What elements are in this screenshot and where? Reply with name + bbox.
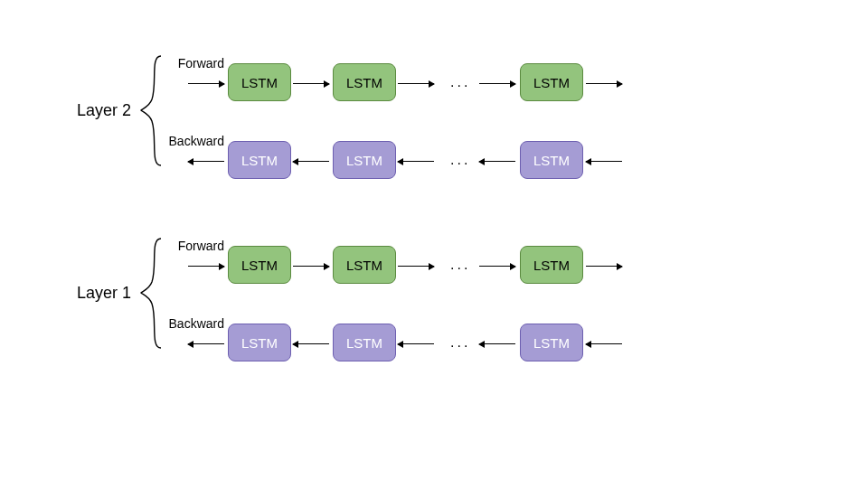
lstm-cell-backward: LSTM — [228, 324, 291, 361]
lstm-cell-forward: LSTM — [333, 246, 396, 284]
arrow-right-icon — [188, 266, 224, 267]
arrow-right-icon — [188, 83, 224, 84]
arrow-left-icon — [479, 161, 515, 162]
arrow-right-icon — [398, 83, 434, 84]
lstm-cell-forward: LSTM — [520, 63, 583, 101]
arrow-right-icon — [586, 266, 622, 267]
lstm-cell-forward: LSTM — [333, 63, 396, 101]
layer-1-brace — [139, 237, 163, 350]
arrow-left-icon — [586, 161, 622, 162]
arrow-left-icon — [188, 161, 224, 162]
arrow-right-icon — [479, 266, 515, 267]
lstm-cell-forward: LSTM — [228, 246, 291, 284]
arrow-left-icon — [586, 343, 622, 344]
layer-1-forward-label: Forward — [161, 239, 224, 253]
lstm-cell-forward: LSTM — [520, 246, 583, 284]
lstm-cell-backward: LSTM — [520, 141, 583, 179]
layer-1-backward-label: Backward — [161, 316, 224, 331]
layer-2-label: Layer 2 — [77, 101, 131, 120]
ellipsis-icon: ... — [450, 334, 470, 351]
arrow-right-icon — [479, 83, 515, 84]
layer-2-forward-label: Forward — [161, 56, 224, 70]
arrow-left-icon — [293, 161, 329, 162]
ellipsis-icon: ... — [450, 74, 470, 90]
arrow-right-icon — [586, 83, 622, 84]
arrow-left-icon — [479, 343, 515, 344]
lstm-cell-forward: LSTM — [228, 63, 291, 101]
ellipsis-icon: ... — [450, 152, 470, 168]
arrow-right-icon — [293, 266, 329, 267]
lstm-cell-backward: LSTM — [333, 141, 396, 179]
arrow-right-icon — [293, 83, 329, 84]
arrow-left-icon — [398, 161, 434, 162]
lstm-cell-backward: LSTM — [333, 324, 396, 361]
arrow-left-icon — [188, 343, 224, 344]
arrow-left-icon — [398, 343, 434, 344]
layer-2-brace — [139, 54, 163, 167]
lstm-cell-backward: LSTM — [520, 324, 583, 361]
lstm-cell-backward: LSTM — [228, 141, 291, 179]
layer-2-backward-label: Backward — [161, 134, 224, 148]
arrow-right-icon — [398, 266, 434, 267]
arrow-left-icon — [293, 343, 329, 344]
ellipsis-icon: ... — [450, 257, 470, 273]
layer-1-label: Layer 1 — [77, 284, 131, 303]
